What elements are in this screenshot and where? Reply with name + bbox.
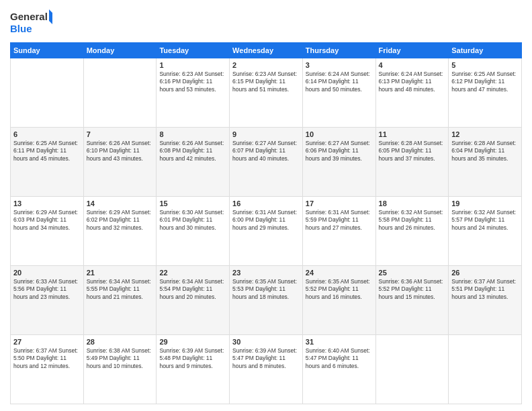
day-info: Sunrise: 6:27 AM Sunset: 6:07 PM Dayligh… — [232, 140, 300, 163]
day-number: 31 — [306, 338, 373, 346]
day-number: 9 — [232, 130, 300, 138]
day-number: 11 — [379, 130, 446, 138]
col-header-monday: Monday — [83, 43, 157, 58]
day-info: Sunrise: 6:39 AM Sunset: 5:48 PM Dayligh… — [159, 347, 226, 370]
day-number: 25 — [379, 269, 446, 277]
day-info: Sunrise: 6:31 AM Sunset: 5:59 PM Dayligh… — [306, 209, 373, 232]
logo-svg: General Blue — [10, 7, 57, 37]
calendar-cell: 20Sunrise: 6:33 AM Sunset: 5:56 PM Dayli… — [11, 266, 84, 335]
col-header-sunday: Sunday — [11, 43, 84, 58]
day-info: Sunrise: 6:28 AM Sunset: 6:05 PM Dayligh… — [379, 140, 446, 163]
day-number: 6 — [13, 130, 81, 138]
calendar-cell — [11, 58, 84, 128]
calendar-cell: 7Sunrise: 6:26 AM Sunset: 6:10 PM Daylig… — [83, 128, 157, 197]
day-info: Sunrise: 6:36 AM Sunset: 5:52 PM Dayligh… — [379, 278, 446, 301]
calendar-table: SundayMondayTuesdayWednesdayThursdayFrid… — [10, 42, 522, 404]
calendar-cell: 31Sunrise: 6:40 AM Sunset: 5:47 PM Dayli… — [302, 335, 375, 404]
calendar-cell: 24Sunrise: 6:35 AM Sunset: 5:52 PM Dayli… — [302, 266, 375, 335]
col-header-saturday: Saturday — [449, 43, 522, 58]
day-number: 19 — [451, 199, 519, 208]
day-info: Sunrise: 6:35 AM Sunset: 5:52 PM Dayligh… — [306, 278, 373, 301]
calendar-cell: 13Sunrise: 6:29 AM Sunset: 6:03 PM Dayli… — [11, 197, 84, 266]
day-number: 14 — [87, 199, 154, 208]
day-number: 16 — [232, 199, 300, 208]
calendar-cell: 8Sunrise: 6:26 AM Sunset: 6:08 PM Daylig… — [157, 128, 230, 197]
calendar-cell: 16Sunrise: 6:31 AM Sunset: 6:00 PM Dayli… — [230, 197, 303, 266]
day-info: Sunrise: 6:23 AM Sunset: 6:15 PM Dayligh… — [232, 71, 300, 93]
calendar-cell: 22Sunrise: 6:34 AM Sunset: 5:54 PM Dayli… — [157, 266, 230, 335]
day-number: 10 — [306, 130, 373, 138]
calendar-cell: 3Sunrise: 6:24 AM Sunset: 6:14 PM Daylig… — [302, 58, 375, 128]
calendar-cell — [449, 335, 522, 404]
day-info: Sunrise: 6:28 AM Sunset: 6:04 PM Dayligh… — [451, 140, 519, 163]
col-header-wednesday: Wednesday — [230, 43, 303, 58]
day-number: 2 — [232, 61, 300, 69]
day-info: Sunrise: 6:38 AM Sunset: 5:49 PM Dayligh… — [87, 347, 154, 370]
calendar-cell: 1Sunrise: 6:23 AM Sunset: 6:16 PM Daylig… — [157, 58, 230, 128]
day-info: Sunrise: 6:25 AM Sunset: 6:11 PM Dayligh… — [13, 140, 81, 163]
day-number: 17 — [306, 199, 373, 208]
calendar-cell: 15Sunrise: 6:30 AM Sunset: 6:01 PM Dayli… — [157, 197, 230, 266]
calendar-cell: 14Sunrise: 6:29 AM Sunset: 6:02 PM Dayli… — [83, 197, 157, 266]
day-info: Sunrise: 6:31 AM Sunset: 6:00 PM Dayligh… — [232, 209, 300, 232]
day-number: 13 — [13, 199, 81, 208]
calendar-cell: 21Sunrise: 6:34 AM Sunset: 5:55 PM Dayli… — [83, 266, 157, 335]
calendar-cell: 4Sunrise: 6:24 AM Sunset: 6:13 PM Daylig… — [375, 58, 449, 128]
day-info: Sunrise: 6:34 AM Sunset: 5:55 PM Dayligh… — [87, 278, 154, 301]
day-info: Sunrise: 6:34 AM Sunset: 5:54 PM Dayligh… — [159, 278, 226, 301]
calendar-cell: 17Sunrise: 6:31 AM Sunset: 5:59 PM Dayli… — [302, 197, 375, 266]
calendar-cell: 18Sunrise: 6:32 AM Sunset: 5:58 PM Dayli… — [375, 197, 449, 266]
day-info: Sunrise: 6:35 AM Sunset: 5:53 PM Dayligh… — [232, 278, 300, 301]
calendar-cell: 29Sunrise: 6:39 AM Sunset: 5:48 PM Dayli… — [157, 335, 230, 404]
day-number: 27 — [13, 338, 81, 346]
calendar-cell: 19Sunrise: 6:32 AM Sunset: 5:57 PM Dayli… — [449, 197, 522, 266]
col-header-friday: Friday — [375, 43, 449, 58]
calendar-cell: 11Sunrise: 6:28 AM Sunset: 6:05 PM Dayli… — [375, 128, 449, 197]
day-info: Sunrise: 6:37 AM Sunset: 5:51 PM Dayligh… — [451, 278, 519, 301]
day-number: 24 — [306, 269, 373, 277]
day-number: 1 — [159, 61, 226, 69]
calendar-cell: 2Sunrise: 6:23 AM Sunset: 6:15 PM Daylig… — [230, 58, 303, 128]
day-number: 12 — [451, 130, 519, 138]
calendar-cell: 27Sunrise: 6:37 AM Sunset: 5:50 PM Dayli… — [11, 335, 84, 404]
svg-text:Blue: Blue — [10, 23, 32, 34]
calendar-cell: 25Sunrise: 6:36 AM Sunset: 5:52 PM Dayli… — [375, 266, 449, 335]
calendar-cell: 23Sunrise: 6:35 AM Sunset: 5:53 PM Dayli… — [230, 266, 303, 335]
logo: General Blue — [10, 7, 57, 37]
day-number: 7 — [87, 130, 154, 138]
day-number: 26 — [451, 269, 519, 277]
day-number: 28 — [87, 338, 154, 346]
calendar-cell: 28Sunrise: 6:38 AM Sunset: 5:49 PM Dayli… — [83, 335, 157, 404]
day-info: Sunrise: 6:24 AM Sunset: 6:13 PM Dayligh… — [379, 71, 446, 93]
calendar-cell: 5Sunrise: 6:25 AM Sunset: 6:12 PM Daylig… — [449, 58, 522, 128]
day-info: Sunrise: 6:33 AM Sunset: 5:56 PM Dayligh… — [13, 278, 81, 301]
svg-marker-2 — [49, 9, 56, 24]
calendar-cell: 26Sunrise: 6:37 AM Sunset: 5:51 PM Dayli… — [449, 266, 522, 335]
day-number: 29 — [159, 338, 226, 346]
day-info: Sunrise: 6:39 AM Sunset: 5:47 PM Dayligh… — [232, 347, 300, 370]
day-number: 5 — [451, 61, 519, 69]
day-info: Sunrise: 6:32 AM Sunset: 5:58 PM Dayligh… — [379, 209, 446, 232]
day-number: 23 — [232, 269, 300, 277]
calendar-cell: 12Sunrise: 6:28 AM Sunset: 6:04 PM Dayli… — [449, 128, 522, 197]
day-info: Sunrise: 6:26 AM Sunset: 6:08 PM Dayligh… — [159, 140, 226, 163]
day-number: 22 — [159, 269, 226, 277]
day-info: Sunrise: 6:37 AM Sunset: 5:50 PM Dayligh… — [13, 347, 81, 370]
calendar-cell — [83, 58, 157, 128]
day-info: Sunrise: 6:26 AM Sunset: 6:10 PM Dayligh… — [87, 140, 154, 163]
day-info: Sunrise: 6:29 AM Sunset: 6:02 PM Dayligh… — [87, 209, 154, 232]
calendar-cell: 30Sunrise: 6:39 AM Sunset: 5:47 PM Dayli… — [230, 335, 303, 404]
calendar-cell: 9Sunrise: 6:27 AM Sunset: 6:07 PM Daylig… — [230, 128, 303, 197]
svg-text:General: General — [10, 11, 48, 22]
day-number: 21 — [87, 269, 154, 277]
col-header-thursday: Thursday — [302, 43, 375, 58]
day-info: Sunrise: 6:27 AM Sunset: 6:06 PM Dayligh… — [306, 140, 373, 163]
day-info: Sunrise: 6:40 AM Sunset: 5:47 PM Dayligh… — [306, 347, 373, 370]
col-header-tuesday: Tuesday — [157, 43, 230, 58]
day-number: 8 — [159, 130, 226, 138]
day-info: Sunrise: 6:24 AM Sunset: 6:14 PM Dayligh… — [306, 71, 373, 93]
day-number: 30 — [232, 338, 300, 346]
calendar-cell: 6Sunrise: 6:25 AM Sunset: 6:11 PM Daylig… — [11, 128, 84, 197]
day-number: 20 — [13, 269, 81, 277]
day-info: Sunrise: 6:32 AM Sunset: 5:57 PM Dayligh… — [451, 209, 519, 232]
